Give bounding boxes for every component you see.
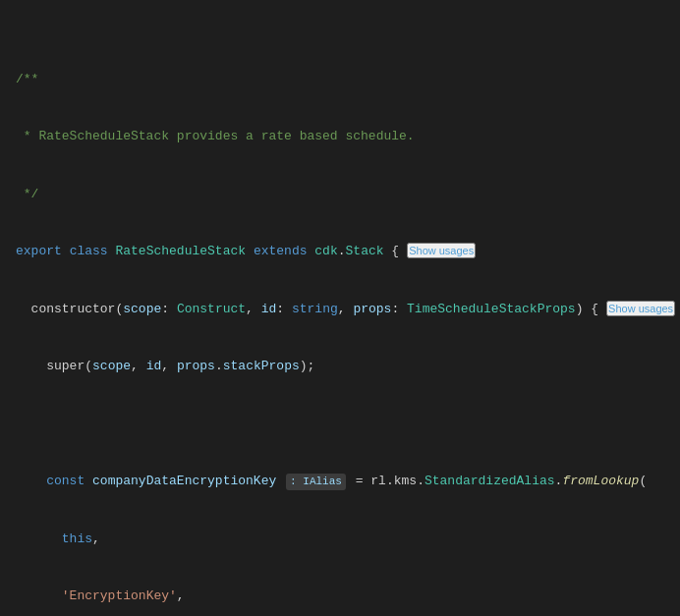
- code-editor: /** * RateScheduleStack provides a rate …: [0, 0, 680, 616]
- alias-badge: : IAlias: [286, 474, 346, 490]
- show-usages-constructor[interactable]: Show usages: [606, 301, 675, 316]
- line-9: this,: [0, 530, 680, 549]
- show-usages-class[interactable]: Show usages: [407, 243, 476, 258]
- line-10: 'EncryptionKey',: [0, 587, 680, 606]
- line-4: export class RateScheduleStack extends c…: [0, 242, 680, 261]
- line-5: constructor(scope: Construct, id: string…: [0, 300, 680, 319]
- line-2: * RateScheduleStack provides a rate base…: [0, 127, 680, 146]
- line-3: */: [0, 185, 680, 204]
- line-6: super(scope, id, props.stackProps);: [0, 357, 680, 376]
- line-1: /**: [0, 70, 680, 89]
- line-8: const companyDataEncryptionKey : IAlias …: [0, 472, 680, 491]
- line-7: [0, 415, 680, 434]
